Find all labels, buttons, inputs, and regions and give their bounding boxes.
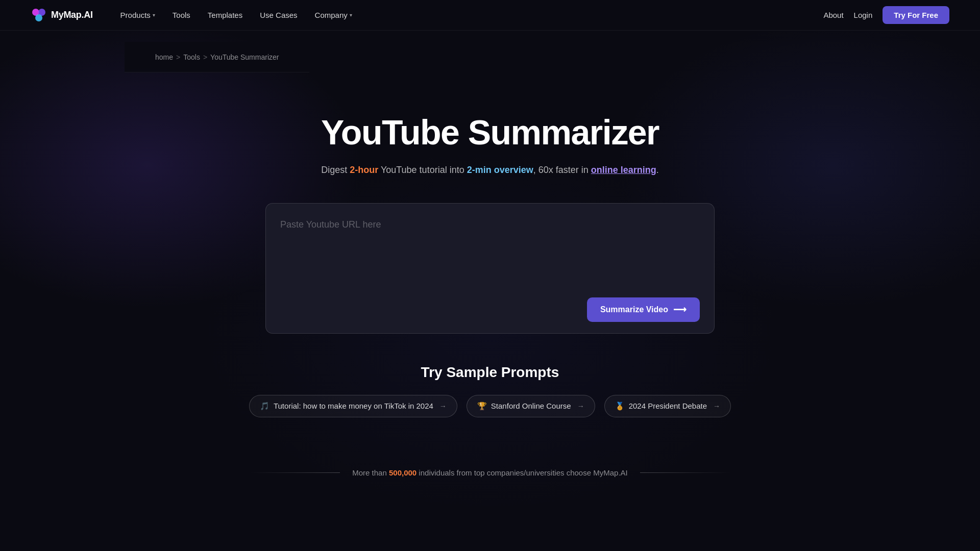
chip-tiktok-label: Tutorial: how to make money on TikTok in…	[274, 402, 433, 410]
sample-prompts-section: Try Sample Prompts 🎵 Tutorial: how to ma…	[249, 364, 731, 417]
sample-prompts-title: Try Sample Prompts	[421, 364, 559, 381]
svg-point-2	[35, 14, 42, 21]
subtitle-online-learning[interactable]: online learning	[591, 165, 656, 175]
chip-stanford-label: Stanford Online Course	[491, 402, 571, 410]
footer-bar: More than 500,000 individuals from top c…	[248, 468, 731, 497]
footer-line-right	[640, 472, 732, 473]
subtitle-end: .	[656, 165, 659, 175]
chip-tiktok-emoji: 🎵	[260, 402, 270, 411]
url-input-card: Summarize Video ⟶	[265, 203, 715, 334]
input-footer: Summarize Video ⟶	[280, 297, 700, 322]
try-free-button[interactable]: Try For Free	[883, 6, 949, 24]
chip-debate-label: 2024 President Debate	[629, 402, 707, 410]
url-input[interactable]	[280, 218, 700, 289]
logo-text: MyMap.AI	[51, 10, 93, 20]
chip-stanford-arrow: →	[577, 402, 584, 410]
subtitle-text-1: Digest	[321, 165, 350, 175]
chip-tiktok-arrow: →	[439, 402, 447, 410]
footer-text: More than 500,000 individuals from top c…	[352, 468, 627, 477]
nav-right: About Login Try For Free	[823, 6, 949, 24]
chip-debate-emoji: 🏅	[615, 402, 625, 411]
chip-stanford-emoji: 🏆	[477, 402, 487, 411]
subtitle-text-3: , 60x faster in	[533, 165, 591, 175]
logo-link[interactable]: MyMap.AI	[31, 7, 93, 23]
nav-item-products[interactable]: Products ▾	[113, 8, 162, 22]
navbar: MyMap.AI Products ▾ Tools Templates Use …	[0, 0, 980, 31]
nav-about-link[interactable]: About	[823, 11, 843, 19]
company-chevron-icon: ▾	[350, 12, 352, 18]
hero-section: YouTube Summarizer Digest 2-hour YouTube…	[321, 113, 659, 178]
nav-item-company[interactable]: Company ▾	[308, 8, 359, 22]
summarize-button[interactable]: Summarize Video ⟶	[587, 297, 700, 322]
breadcrumb-sep-1: >	[176, 53, 180, 61]
footer-text-after: individuals from top companies/universit…	[416, 468, 628, 477]
nav-item-templates[interactable]: Templates	[201, 8, 250, 22]
page-title: YouTube Summarizer	[321, 113, 659, 152]
nav-item-use-cases[interactable]: Use Cases	[253, 8, 304, 22]
sample-chips-container: 🎵 Tutorial: how to make money on TikTok …	[249, 395, 731, 417]
nav-item-tools[interactable]: Tools	[165, 8, 198, 22]
subtitle-2hour: 2-hour	[350, 165, 378, 175]
breadcrumb-sep-2: >	[203, 53, 207, 61]
footer-text-before: More than	[352, 468, 389, 477]
chip-debate-arrow: →	[713, 402, 720, 410]
summarize-arrow-icon: ⟶	[673, 304, 687, 315]
breadcrumb: home > Tools > YouTube Summarizer	[125, 42, 309, 72]
chip-stanford[interactable]: 🏆 Stanford Online Course →	[467, 395, 595, 417]
footer-highlight: 500,000	[389, 468, 416, 477]
nav-login-link[interactable]: Login	[854, 11, 873, 19]
chip-debate[interactable]: 🏅 2024 President Debate →	[604, 395, 731, 417]
breadcrumb-current: YouTube Summarizer	[210, 53, 279, 61]
hero-subtitle: Digest 2-hour YouTube tutorial into 2-mi…	[321, 163, 659, 178]
subtitle-2min: 2-min overview	[467, 165, 533, 175]
breadcrumb-tools[interactable]: Tools	[183, 53, 200, 61]
breadcrumb-home[interactable]: home	[155, 53, 173, 61]
nav-links: Products ▾ Tools Templates Use Cases Com…	[113, 8, 824, 22]
chip-tiktok[interactable]: 🎵 Tutorial: how to make money on TikTok …	[249, 395, 457, 417]
products-chevron-icon: ▾	[153, 12, 155, 18]
footer-line-left	[248, 472, 340, 473]
page-content: home > Tools > YouTube Summarizer YouTub…	[0, 31, 980, 497]
subtitle-text-2: YouTube tutorial into	[378, 165, 467, 175]
